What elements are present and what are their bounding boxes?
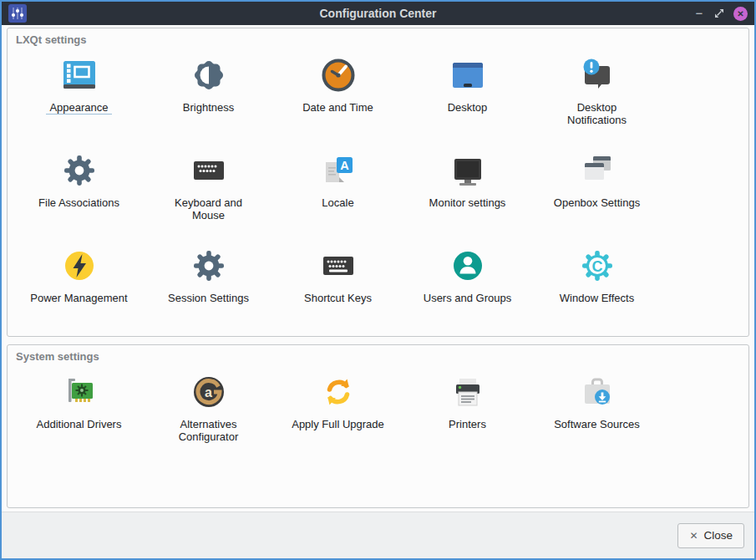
date-time-icon	[318, 55, 358, 95]
desktop-notifications-icon	[577, 55, 617, 95]
additional-drivers-icon	[59, 372, 99, 412]
launcher-item-label: Appearance	[46, 101, 111, 115]
software-sources-icon	[577, 372, 617, 412]
launcher-item-label: Apply Full Upgrade	[292, 418, 384, 430]
window-title: Configuration Center	[2, 7, 754, 20]
users-groups-icon	[448, 246, 488, 286]
launcher-item-label: Users and Groups	[424, 292, 512, 304]
titlebar: Configuration Center − ✕	[2, 2, 754, 25]
launcher-item-label: Printers	[449, 418, 486, 430]
launcher-item-label: Alternatives Configurator	[179, 418, 239, 443]
launcher-item-label: Monitor settings	[429, 196, 506, 209]
launcher-item-session-settings[interactable]: Session Settings	[144, 246, 273, 341]
window-controls: − ✕	[693, 6, 748, 21]
close-x-icon: ✕	[689, 530, 698, 542]
file-associations-icon	[59, 150, 99, 191]
lxqt-settings-grid: AppearanceBrightnessDate and TimeDesktop…	[14, 55, 742, 341]
launcher-item-label: Keyboard and Mouse	[175, 196, 242, 221]
section-title-lxqt: LXQt settings	[14, 32, 742, 46]
launcher-item-keyboard-mouse[interactable]: Keyboard and Mouse	[144, 150, 273, 246]
close-window-icon[interactable]: ✕	[733, 7, 748, 21]
footer-bar: ✕ Close	[2, 512, 754, 558]
section-title-system: System settings	[14, 349, 742, 363]
session-settings-icon	[189, 246, 229, 286]
keyboard-mouse-icon	[189, 150, 229, 191]
launcher-item-appearance[interactable]: Appearance	[14, 55, 144, 150]
launcher-item-monitor-settings[interactable]: Monitor settings	[403, 150, 532, 246]
close-button[interactable]: ✕ Close	[677, 523, 744, 548]
monitor-settings-icon	[448, 150, 488, 191]
svg-text:a: a	[205, 385, 212, 400]
svg-text:C: C	[591, 258, 602, 275]
openbox-settings-icon	[577, 150, 617, 191]
launcher-item-file-associations[interactable]: File Associations	[14, 150, 144, 246]
launcher-item-label: File Associations	[38, 196, 119, 209]
launcher-item-label: Locale	[322, 196, 353, 209]
launcher-item-shortcut-keys[interactable]: Shortcut Keys	[273, 246, 403, 341]
launcher-item-openbox-settings[interactable]: Openbox Settings	[532, 150, 662, 246]
power-management-icon	[59, 246, 99, 286]
appearance-icon	[59, 55, 99, 95]
launcher-item-desktop-notifications[interactable]: Desktop Notifications	[532, 55, 662, 150]
launcher-item-users-groups[interactable]: Users and Groups	[403, 246, 532, 341]
launcher-item-alternatives-configurator[interactable]: aAlternatives Configurator	[144, 372, 273, 467]
launcher-item-label: Brightness	[183, 101, 234, 114]
desktop-icon	[448, 55, 488, 95]
launcher-item-label: Software Sources	[554, 418, 640, 430]
launcher-item-label: Window Effects	[560, 292, 634, 304]
launcher-item-apply-full-upgrade[interactable]: Apply Full Upgrade	[273, 372, 403, 467]
section-system-settings: System settings Additional DriversaAlter…	[7, 344, 749, 508]
window-effects-icon: C	[577, 246, 617, 286]
launcher-item-date-time[interactable]: Date and Time	[273, 55, 403, 150]
content-area: LXQt settings AppearanceBrightnessDate a…	[2, 25, 754, 512]
apply-full-upgrade-icon	[318, 372, 358, 412]
launcher-item-desktop[interactable]: Desktop	[403, 55, 532, 150]
alternatives-configurator-icon: a	[189, 372, 229, 412]
shortcut-keys-icon	[318, 246, 358, 286]
launcher-item-label: Desktop	[448, 101, 488, 114]
restore-icon[interactable]	[714, 8, 724, 18]
launcher-item-label: Additional Drivers	[37, 418, 122, 430]
launcher-item-label: Shortcut Keys	[304, 292, 372, 304]
printers-icon	[448, 372, 488, 412]
launcher-item-window-effects[interactable]: CWindow Effects	[532, 246, 662, 341]
launcher-item-software-sources[interactable]: Software Sources	[532, 372, 662, 467]
launcher-item-label: Date and Time	[302, 101, 373, 114]
close-button-label: Close	[703, 529, 733, 542]
launcher-item-printers[interactable]: Printers	[403, 372, 532, 467]
launcher-item-brightness[interactable]: Brightness	[144, 55, 273, 150]
launcher-item-power-management[interactable]: Power Management	[14, 246, 144, 341]
launcher-item-label: Openbox Settings	[554, 196, 640, 209]
configuration-center-app-icon	[8, 4, 27, 23]
launcher-item-additional-drivers[interactable]: Additional Drivers	[14, 372, 144, 467]
section-lxqt-settings: LXQt settings AppearanceBrightnessDate a…	[7, 28, 749, 337]
configuration-center-window: Configuration Center − ✕ LXQt settings A…	[0, 0, 756, 560]
locale-icon: A	[318, 150, 358, 191]
launcher-item-label: Power Management	[30, 292, 127, 304]
launcher-item-label: Desktop Notifications	[567, 101, 627, 126]
launcher-item-locale[interactable]: ALocale	[273, 150, 403, 246]
svg-text:A: A	[340, 159, 349, 172]
minimize-icon[interactable]: −	[693, 6, 705, 21]
brightness-icon	[189, 55, 229, 95]
system-settings-grid: Additional DriversaAlternatives Configur…	[14, 372, 742, 467]
launcher-item-label: Session Settings	[168, 292, 249, 304]
